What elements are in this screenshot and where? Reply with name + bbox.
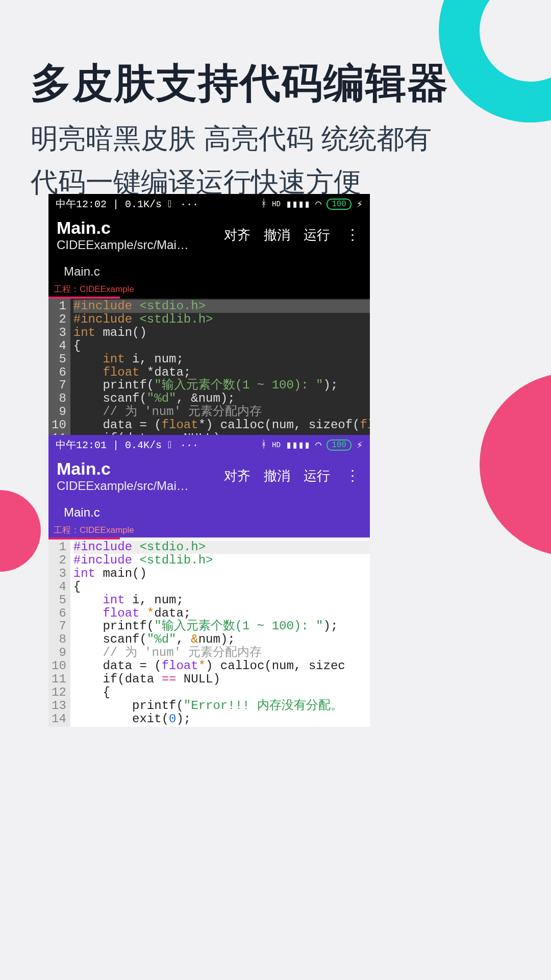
- line-gutter: 123 456 789 101112: [48, 299, 70, 435]
- bluetooth-icon: ᚼ: [261, 439, 267, 451]
- file-title: Main.c: [57, 459, 224, 479]
- file-title: Main.c: [57, 218, 224, 238]
- more-icon: ···: [180, 199, 198, 210]
- tab-bar: Main.c: [48, 257, 370, 282]
- hero-subtitle-1: 明亮暗黑皮肤 高亮代码 统统都有: [31, 120, 449, 158]
- tab-bar: Main.c: [48, 498, 370, 523]
- decoration-cyan-ring: [439, 0, 551, 122]
- align-button[interactable]: 对齐: [224, 226, 251, 244]
- project-label: 工程：CIDEExample: [48, 282, 370, 297]
- project-label: 工程：CIDEExample: [48, 523, 370, 537]
- align-button[interactable]: 对齐: [224, 467, 251, 485]
- hd-icon: HD: [272, 200, 281, 208]
- signal-icon: ▮▮▮▮: [286, 198, 310, 210]
- bluetooth-icon: ᚼ: [261, 198, 267, 210]
- line-gutter: 123 456 789 101112 1314: [48, 540, 70, 727]
- status-left: 中午12:02 | 0.1K/s ⃠ ···: [56, 197, 198, 211]
- tab-mainc[interactable]: Main.c: [54, 261, 110, 282]
- file-path: CIDEExample/src/Mai…: [57, 238, 224, 252]
- charging-icon: ⚡: [357, 438, 363, 451]
- undo-button[interactable]: 撤消: [264, 226, 290, 244]
- signal-icon: ▮▮▮▮: [286, 438, 310, 451]
- screenshot-light-theme: 中午12:01 | 0.4K/s ⃠ ··· ᚼ HD ▮▮▮▮ ◠ 100 ⚡…: [48, 435, 370, 736]
- battery-indicator: 100: [327, 439, 352, 451]
- decoration-pink-circle: [480, 373, 551, 556]
- code-content[interactable]: #include <stdio.h> #include <stdlib.h> i…: [70, 540, 370, 727]
- status-bar: 中午12:01 | 0.4K/s ⃠ ··· ᚼ HD ▮▮▮▮ ◠ 100 ⚡: [48, 435, 370, 455]
- code-content[interactable]: #include <stdio.h> #include <stdlib.h> i…: [70, 299, 370, 435]
- decoration-pink-circle-small: [0, 490, 41, 572]
- hd-icon: HD: [272, 441, 281, 449]
- overflow-menu-icon[interactable]: ⋮: [343, 226, 362, 244]
- tab-mainc[interactable]: Main.c: [54, 502, 110, 523]
- file-path: CIDEExample/src/Mai…: [57, 479, 224, 493]
- overflow-menu-icon[interactable]: ⋮: [343, 467, 362, 485]
- app-bar: Main.c CIDEExample/src/Mai… 对齐 撤消 运行 ⋮: [48, 455, 370, 498]
- wifi-icon: ◠: [315, 198, 321, 210]
- more-icon: ···: [180, 439, 198, 451]
- run-button[interactable]: 运行: [304, 467, 330, 485]
- battery-indicator: 100: [327, 199, 352, 210]
- run-button[interactable]: 运行: [304, 226, 330, 244]
- status-left: 中午12:01 | 0.4K/s ⃠ ···: [56, 438, 198, 452]
- hero-title: 多皮肤支持代码编辑器: [31, 56, 449, 111]
- wifi-icon: ◠: [315, 438, 321, 451]
- app-bar: Main.c CIDEExample/src/Mai… 对齐 撤消 运行 ⋮: [48, 214, 370, 257]
- code-editor[interactable]: 123 456 789 101112 1314 #include <stdio.…: [48, 540, 370, 727]
- status-bar: 中午12:02 | 0.1K/s ⃠ ··· ᚼ HD ▮▮▮▮ ◠ 100 ⚡: [48, 194, 370, 214]
- undo-button[interactable]: 撤消: [264, 467, 290, 485]
- screenshot-dark-theme: 中午12:02 | 0.1K/s ⃠ ··· ᚼ HD ▮▮▮▮ ◠ 100 ⚡…: [48, 194, 370, 435]
- code-editor[interactable]: 123 456 789 101112 #include <stdio.h> #i…: [48, 299, 370, 435]
- charging-icon: ⚡: [357, 198, 363, 210]
